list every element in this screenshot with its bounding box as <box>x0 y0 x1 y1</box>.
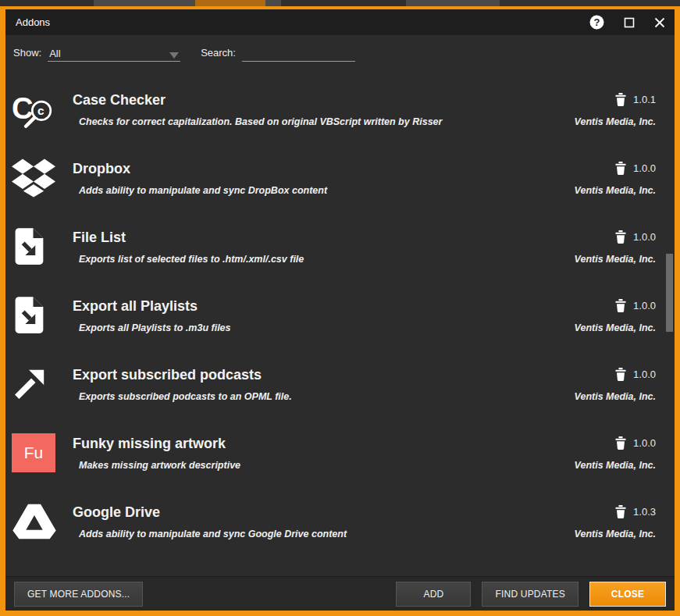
addon-vendor: Ventis Media, Inc. <box>575 322 656 334</box>
addon-row[interactable]: C c Fu <box>5 418 675 487</box>
file-export-icon <box>12 227 46 266</box>
addon-description: Adds ability to manipulate and sync Goog… <box>73 529 575 540</box>
addon-name: Funky missing artwork <box>73 435 575 452</box>
case-checker-icon: C c <box>12 90 57 129</box>
addon-version: 1.0.0 <box>633 162 656 174</box>
dropbox-icon <box>12 158 55 198</box>
show-dropdown-value: All <box>49 48 60 59</box>
addon-icon: C c <box>12 293 62 338</box>
addon-version: 1.0.0 <box>633 437 656 449</box>
trash-icon[interactable] <box>615 299 626 312</box>
addon-vendor: Ventis Media, Inc. <box>575 529 656 540</box>
svg-text:?: ? <box>594 16 600 28</box>
google-drive-icon <box>12 502 57 541</box>
addon-version: 1.0.0 <box>633 369 656 380</box>
addon-version: 1.0.3 <box>633 506 656 518</box>
addon-icon: C c Fu <box>12 430 62 475</box>
trash-icon[interactable] <box>615 93 626 106</box>
addon-name: Case Checker <box>73 91 575 109</box>
trash-icon[interactable] <box>615 162 626 175</box>
addons-dialog: Addons ? Show: All Search: C c <box>0 6 680 616</box>
addon-row[interactable]: C c <box>5 281 675 350</box>
funky-artwork-icon: Fu <box>12 433 55 472</box>
addon-name: Dropbox <box>73 160 575 177</box>
addon-vendor: Ventis Media, Inc. <box>575 460 656 472</box>
search-label: Search: <box>201 47 236 59</box>
addon-row[interactable]: C c <box>5 350 675 418</box>
addon-vendor: Ventis Media, Inc. <box>575 391 656 403</box>
titlebar: Addons ? <box>5 9 675 35</box>
trash-icon[interactable] <box>615 505 626 518</box>
addon-version: 1.0.0 <box>633 231 656 243</box>
addon-description: Checks for correct capitalization. Based… <box>73 116 575 128</box>
addon-vendor: Ventis Media, Inc. <box>575 254 656 265</box>
scrollbar-thumb[interactable] <box>666 254 673 332</box>
show-label: Show: <box>13 47 41 59</box>
export-arrow-icon <box>12 367 48 401</box>
addon-description: Makes missing artwork descriptive <box>73 460 575 472</box>
footer-bar: GET MORE ADDONS... ADD FIND UPDATES CLOS… <box>5 576 675 611</box>
show-dropdown[interactable]: All <box>48 44 180 62</box>
addon-version: 1.0.0 <box>633 300 656 312</box>
add-button[interactable]: ADD <box>396 582 471 607</box>
trash-icon[interactable] <box>615 230 626 244</box>
addon-name: Export subscribed podcasts <box>73 366 575 383</box>
addon-row[interactable]: C c <box>5 487 675 556</box>
find-updates-button[interactable]: FIND UPDATES <box>482 582 579 607</box>
addon-description: Exports all Playlists to .m3u files <box>73 322 575 334</box>
close-icon[interactable] <box>654 17 665 28</box>
svg-text:c: c <box>37 104 45 117</box>
addon-icon: C c <box>12 361 62 407</box>
addon-row[interactable]: C c <box>5 144 675 212</box>
dialog-title: Addons <box>16 16 50 28</box>
addon-name: File List <box>73 229 575 246</box>
addon-row[interactable]: C c <box>5 75 675 144</box>
maximize-icon[interactable] <box>624 17 635 28</box>
background-app-strip <box>0 0 680 6</box>
chevron-down-icon <box>169 52 179 59</box>
addon-list: C c <box>5 70 675 576</box>
trash-icon[interactable] <box>615 368 626 381</box>
addon-vendor: Ventis Media, Inc. <box>575 116 656 128</box>
get-more-addons-button[interactable]: GET MORE ADDONS... <box>14 582 143 607</box>
addon-description: Exports subscribed podcasts to an OPML f… <box>73 391 575 403</box>
filter-toolbar: Show: All Search: <box>5 35 675 70</box>
addon-version: 1.0.1 <box>633 94 656 105</box>
file-export-icon <box>12 296 46 335</box>
help-icon[interactable]: ? <box>589 15 604 30</box>
addon-icon: C c <box>12 87 62 132</box>
addon-name: Export all Playlists <box>73 297 575 315</box>
addon-icon: C c <box>12 499 62 544</box>
trash-icon[interactable] <box>615 436 626 450</box>
addon-row[interactable]: C c <box>5 212 675 281</box>
addon-description: Exports list of selected files to .htm/.… <box>73 254 575 265</box>
addon-description: Adds ability to manipulate and sync Drop… <box>73 185 575 197</box>
search-input[interactable] <box>242 44 355 62</box>
close-button[interactable]: CLOSE <box>589 582 666 607</box>
addon-vendor: Ventis Media, Inc. <box>575 185 656 197</box>
addon-name: Google Drive <box>73 504 575 521</box>
addon-icon: C c <box>12 224 62 269</box>
addon-icon: C c <box>12 155 62 201</box>
